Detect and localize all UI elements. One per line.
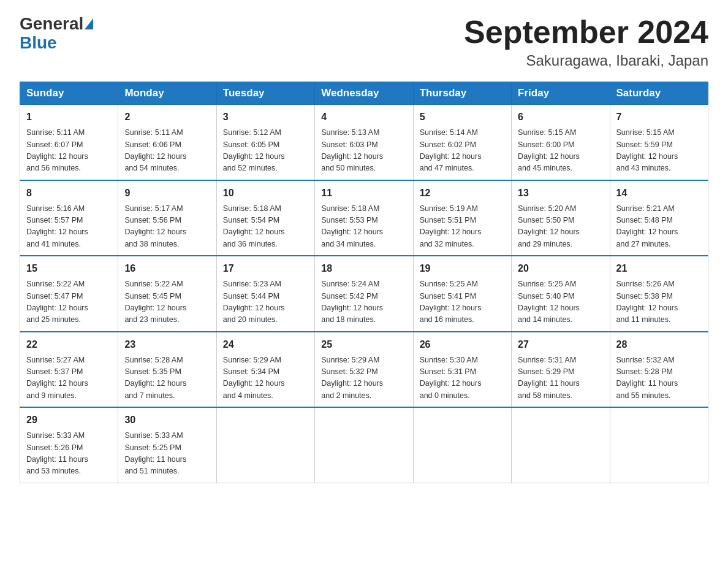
day-info: Sunrise: 5:22 AMSunset: 5:45 PMDaylight:…	[124, 278, 210, 326]
calendar-day-cell: 30Sunrise: 5:33 AMSunset: 5:25 PMDayligh…	[118, 407, 216, 483]
day-number: 30	[124, 413, 210, 427]
day-number: 21	[616, 261, 702, 276]
calendar-day-cell: 15Sunrise: 5:22 AMSunset: 5:47 PMDayligh…	[20, 256, 118, 332]
day-number: 1	[26, 110, 112, 124]
day-number: 3	[223, 110, 308, 124]
day-number: 20	[518, 261, 603, 276]
calendar-week-row: 1Sunrise: 5:11 AMSunset: 6:07 PMDaylight…	[20, 105, 708, 180]
calendar-day-cell: 19Sunrise: 5:25 AMSunset: 5:41 PMDayligh…	[413, 256, 511, 332]
calendar-day-cell: 21Sunrise: 5:26 AMSunset: 5:38 PMDayligh…	[610, 256, 708, 332]
day-number: 29	[26, 413, 112, 427]
day-info: Sunrise: 5:22 AMSunset: 5:47 PMDaylight:…	[26, 278, 112, 326]
calendar-day-cell: 29Sunrise: 5:33 AMSunset: 5:26 PMDayligh…	[20, 407, 118, 483]
logo-general-text: General	[20, 15, 83, 34]
day-info: Sunrise: 5:17 AMSunset: 5:56 PMDaylight:…	[124, 203, 210, 251]
day-info: Sunrise: 5:23 AMSunset: 5:44 PMDaylight:…	[223, 278, 308, 326]
weekday-header-wednesday: Wednesday	[315, 82, 413, 105]
day-number: 22	[26, 337, 112, 352]
day-info: Sunrise: 5:18 AMSunset: 5:54 PMDaylight:…	[223, 203, 308, 251]
weekday-header-monday: Monday	[118, 82, 216, 105]
day-info: Sunrise: 5:26 AMSunset: 5:38 PMDaylight:…	[616, 278, 702, 326]
day-number: 13	[518, 186, 603, 201]
day-number: 11	[321, 186, 406, 201]
day-number: 8	[26, 186, 112, 201]
location-subtitle: Sakuragawa, Ibaraki, Japan	[464, 52, 708, 69]
weekday-header-sunday: Sunday	[20, 82, 118, 105]
calendar-day-cell: 27Sunrise: 5:31 AMSunset: 5:29 PMDayligh…	[512, 332, 610, 408]
calendar-day-cell: 22Sunrise: 5:27 AMSunset: 5:37 PMDayligh…	[20, 332, 118, 408]
day-number: 15	[26, 261, 112, 276]
calendar-day-cell: 17Sunrise: 5:23 AMSunset: 5:44 PMDayligh…	[216, 256, 314, 332]
day-number: 2	[124, 110, 210, 124]
day-number: 4	[321, 110, 406, 124]
calendar-day-cell: 7Sunrise: 5:15 AMSunset: 5:59 PMDaylight…	[610, 105, 708, 180]
day-number: 12	[420, 186, 505, 201]
calendar-day-cell: 25Sunrise: 5:29 AMSunset: 5:32 PMDayligh…	[315, 332, 413, 408]
calendar-day-cell: 18Sunrise: 5:24 AMSunset: 5:42 PMDayligh…	[315, 256, 413, 332]
day-info: Sunrise: 5:33 AMSunset: 5:25 PMDaylight:…	[124, 430, 210, 478]
day-number: 18	[321, 261, 406, 276]
day-info: Sunrise: 5:31 AMSunset: 5:29 PMDaylight:…	[518, 354, 603, 402]
calendar-day-cell: 16Sunrise: 5:22 AMSunset: 5:45 PMDayligh…	[118, 256, 216, 332]
day-number: 24	[223, 337, 308, 352]
weekday-header-friday: Friday	[512, 82, 610, 105]
day-info: Sunrise: 5:18 AMSunset: 5:53 PMDaylight:…	[321, 203, 406, 251]
month-year-title: September 2024	[464, 15, 708, 50]
title-section: September 2024 Sakuragawa, Ibaraki, Japa…	[464, 15, 708, 69]
day-info: Sunrise: 5:28 AMSunset: 5:35 PMDaylight:…	[124, 354, 210, 402]
calendar-day-cell: 9Sunrise: 5:17 AMSunset: 5:56 PMDaylight…	[118, 180, 216, 256]
day-number: 17	[223, 261, 308, 276]
calendar-day-cell: 3Sunrise: 5:12 AMSunset: 6:05 PMDaylight…	[216, 105, 314, 180]
calendar-week-row: 8Sunrise: 5:16 AMSunset: 5:57 PMDaylight…	[20, 180, 708, 256]
calendar-day-cell: 8Sunrise: 5:16 AMSunset: 5:57 PMDaylight…	[20, 180, 118, 256]
day-number: 28	[616, 337, 702, 352]
day-info: Sunrise: 5:20 AMSunset: 5:50 PMDaylight:…	[518, 203, 603, 251]
weekday-header-thursday: Thursday	[413, 82, 511, 105]
day-number: 10	[223, 186, 308, 201]
calendar-day-cell: 11Sunrise: 5:18 AMSunset: 5:53 PMDayligh…	[315, 180, 413, 256]
weekday-header-saturday: Saturday	[610, 82, 708, 105]
day-info: Sunrise: 5:29 AMSunset: 5:34 PMDaylight:…	[223, 354, 308, 402]
calendar-day-cell: 6Sunrise: 5:15 AMSunset: 6:00 PMDaylight…	[512, 105, 610, 180]
logo-triangle-icon	[85, 18, 93, 29]
day-info: Sunrise: 5:13 AMSunset: 6:03 PMDaylight:…	[321, 127, 406, 175]
page-header: General Blue September 2024 Sakuragawa, …	[20, 15, 708, 69]
calendar-day-cell: 23Sunrise: 5:28 AMSunset: 5:35 PMDayligh…	[118, 332, 216, 408]
day-info: Sunrise: 5:24 AMSunset: 5:42 PMDaylight:…	[321, 278, 406, 326]
day-info: Sunrise: 5:30 AMSunset: 5:31 PMDaylight:…	[420, 354, 505, 402]
calendar-day-cell	[610, 407, 708, 483]
calendar-day-cell: 10Sunrise: 5:18 AMSunset: 5:54 PMDayligh…	[216, 180, 314, 256]
day-number: 7	[616, 110, 702, 124]
calendar-day-cell: 12Sunrise: 5:19 AMSunset: 5:51 PMDayligh…	[413, 180, 511, 256]
calendar-day-cell: 4Sunrise: 5:13 AMSunset: 6:03 PMDaylight…	[315, 105, 413, 180]
day-info: Sunrise: 5:19 AMSunset: 5:51 PMDaylight:…	[420, 203, 505, 251]
day-info: Sunrise: 5:25 AMSunset: 5:40 PMDaylight:…	[518, 278, 603, 326]
day-info: Sunrise: 5:11 AMSunset: 6:07 PMDaylight:…	[26, 127, 112, 175]
calendar-day-cell: 2Sunrise: 5:11 AMSunset: 6:06 PMDaylight…	[118, 105, 216, 180]
day-info: Sunrise: 5:11 AMSunset: 6:06 PMDaylight:…	[124, 127, 210, 175]
logo: General Blue	[20, 15, 94, 53]
calendar-day-cell: 28Sunrise: 5:32 AMSunset: 5:28 PMDayligh…	[610, 332, 708, 408]
day-info: Sunrise: 5:32 AMSunset: 5:28 PMDaylight:…	[616, 354, 702, 402]
day-number: 6	[518, 110, 603, 124]
calendar-day-cell: 24Sunrise: 5:29 AMSunset: 5:34 PMDayligh…	[216, 332, 314, 408]
day-number: 23	[124, 337, 210, 352]
day-info: Sunrise: 5:12 AMSunset: 6:05 PMDaylight:…	[223, 127, 308, 175]
day-info: Sunrise: 5:14 AMSunset: 6:02 PMDaylight:…	[420, 127, 505, 175]
day-info: Sunrise: 5:21 AMSunset: 5:48 PMDaylight:…	[616, 203, 702, 251]
calendar-week-row: 22Sunrise: 5:27 AMSunset: 5:37 PMDayligh…	[20, 332, 708, 408]
day-info: Sunrise: 5:15 AMSunset: 6:00 PMDaylight:…	[518, 127, 603, 175]
calendar-day-cell	[315, 407, 413, 483]
day-number: 5	[420, 110, 505, 124]
day-info: Sunrise: 5:27 AMSunset: 5:37 PMDaylight:…	[26, 354, 112, 402]
day-info: Sunrise: 5:33 AMSunset: 5:26 PMDaylight:…	[26, 430, 112, 478]
day-info: Sunrise: 5:29 AMSunset: 5:32 PMDaylight:…	[321, 354, 406, 402]
logo-blue-text: Blue	[20, 33, 57, 52]
day-number: 27	[518, 337, 603, 352]
day-number: 9	[124, 186, 210, 201]
day-number: 16	[124, 261, 210, 276]
day-info: Sunrise: 5:15 AMSunset: 5:59 PMDaylight:…	[616, 127, 702, 175]
calendar-week-row: 15Sunrise: 5:22 AMSunset: 5:47 PMDayligh…	[20, 256, 708, 332]
calendar-day-cell	[413, 407, 511, 483]
day-info: Sunrise: 5:16 AMSunset: 5:57 PMDaylight:…	[26, 203, 112, 251]
